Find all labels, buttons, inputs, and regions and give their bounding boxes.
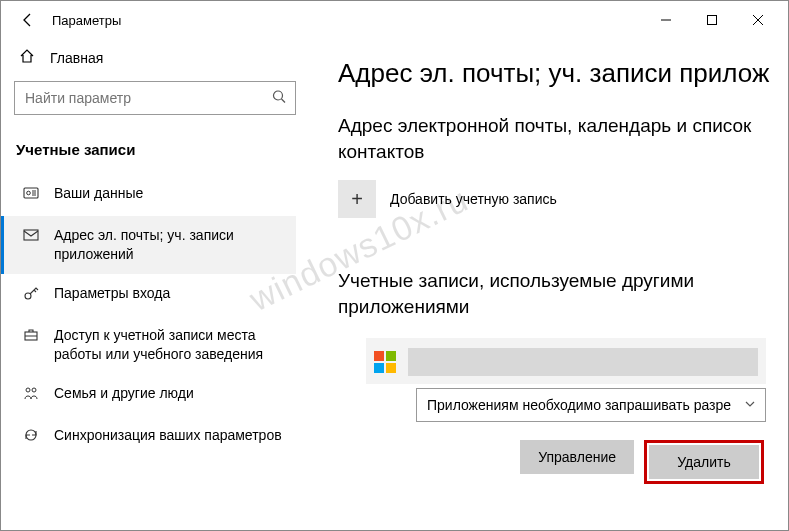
- section-other-apps: Учетные записи, используемые другими при…: [338, 268, 789, 319]
- sidebar-item-your-info[interactable]: Ваши данные: [0, 174, 296, 216]
- sidebar-item-label: Параметры входа: [54, 284, 170, 303]
- add-account-row[interactable]: + Добавить учетную запись: [338, 180, 789, 218]
- window-controls: [643, 4, 781, 36]
- sidebar-item-work-access[interactable]: Доступ к учетной записи места работы или…: [0, 316, 296, 374]
- plus-icon: +: [338, 180, 376, 218]
- key-icon: [22, 285, 40, 306]
- add-account-label: Добавить учетную запись: [390, 191, 557, 207]
- briefcase-icon: [22, 327, 40, 348]
- svg-rect-9: [24, 230, 38, 240]
- svg-point-13: [26, 388, 30, 392]
- minimize-button[interactable]: [643, 4, 689, 36]
- mail-icon: [22, 227, 40, 248]
- sidebar-item-sync[interactable]: Синхронизация ваших параметров: [0, 416, 296, 458]
- close-icon: [753, 15, 763, 25]
- sidebar-category: Учетные записи: [16, 141, 296, 158]
- sidebar-item-label: Семья и другие люди: [54, 384, 194, 403]
- chevron-down-icon: [745, 399, 755, 411]
- family-icon: [22, 385, 40, 406]
- sidebar: Главная Учетные записи Ваши данные Адрес…: [0, 40, 310, 531]
- search-icon: [272, 90, 286, 107]
- svg-point-5: [27, 191, 31, 195]
- account-block: Приложениям необходимо запрашивать разре…: [366, 338, 766, 484]
- home-icon: [18, 48, 36, 67]
- sync-icon: [22, 427, 40, 448]
- search-box: [14, 81, 296, 115]
- account-name-redacted: [408, 348, 758, 376]
- sidebar-item-label: Доступ к учетной записи места работы или…: [54, 326, 292, 364]
- account-header[interactable]: [366, 338, 766, 384]
- close-button[interactable]: [735, 4, 781, 36]
- sidebar-home-label: Главная: [50, 50, 103, 66]
- microsoft-logo-icon: [374, 351, 396, 373]
- arrow-left-icon: [20, 12, 36, 28]
- window-title: Параметры: [52, 13, 121, 28]
- manage-button[interactable]: Управление: [520, 440, 634, 474]
- svg-point-14: [32, 388, 36, 392]
- delete-button[interactable]: Удалить: [649, 445, 759, 479]
- titlebar: Параметры: [0, 0, 789, 40]
- sidebar-item-family[interactable]: Семья и другие люди: [0, 374, 296, 416]
- account-select-value: Приложениям необходимо запрашивать разре: [427, 397, 731, 413]
- maximize-icon: [707, 15, 717, 25]
- page-title: Адрес эл. почты; уч. записи прилож: [338, 58, 789, 89]
- content: Адрес эл. почты; уч. записи прилож Адрес…: [310, 40, 789, 531]
- maximize-button[interactable]: [689, 4, 735, 36]
- sidebar-home[interactable]: Главная: [14, 40, 296, 81]
- account-permission-select[interactable]: Приложениям необходимо запрашивать разре: [416, 388, 766, 422]
- sidebar-item-signin-options[interactable]: Параметры входа: [0, 274, 296, 316]
- svg-rect-1: [708, 16, 717, 25]
- search-input[interactable]: [14, 81, 296, 115]
- sidebar-item-label: Адрес эл. почты; уч. записи приложений: [54, 226, 292, 264]
- svg-line-3: [282, 99, 286, 103]
- person-icon: [22, 185, 40, 206]
- sidebar-item-email-accounts[interactable]: Адрес эл. почты; уч. записи приложений: [0, 216, 296, 274]
- back-button[interactable]: [8, 0, 48, 40]
- svg-point-2: [274, 91, 283, 100]
- minimize-icon: [661, 15, 671, 25]
- account-actions: Управление Удалить: [366, 440, 766, 484]
- delete-highlight: Удалить: [644, 440, 764, 484]
- sidebar-item-label: Синхронизация ваших параметров: [54, 426, 282, 445]
- sidebar-item-label: Ваши данные: [54, 184, 143, 203]
- section-email-calendar: Адрес электронной почты, календарь и спи…: [338, 113, 789, 164]
